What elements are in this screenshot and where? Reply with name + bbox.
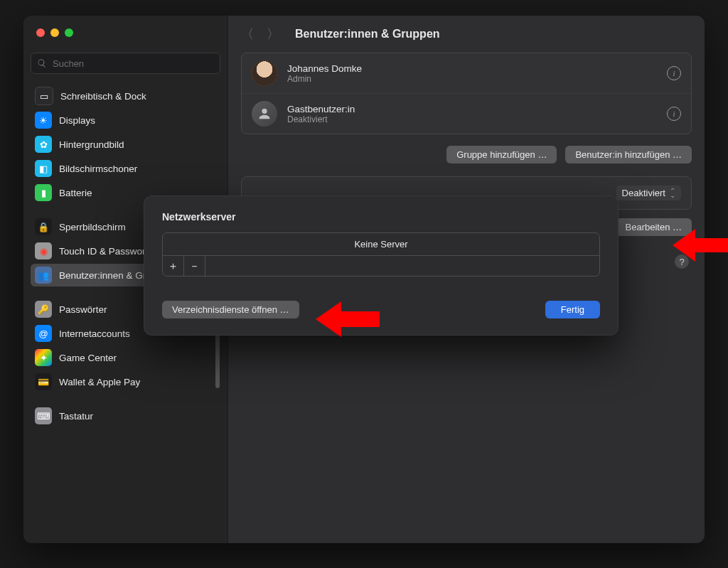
user-role: Deaktiviert <box>287 114 355 124</box>
help-button[interactable]: ? <box>675 254 689 269</box>
avatar <box>252 60 277 86</box>
server-list-empty: Keine Server <box>163 233 599 256</box>
users-panel: Johannes Domke Admin i Gastbenutzer:in D… <box>241 53 692 134</box>
sidebar-item-label: Touch ID & Passwort <box>59 246 148 257</box>
passwords-icon: 🔑 <box>35 301 52 318</box>
user-name: Johannes Domke <box>287 63 362 74</box>
open-directory-services-button[interactable]: Verzeichnisdienste öffnen … <box>162 301 299 318</box>
add-user-button[interactable]: Benutzer:in hinzufügen … <box>565 146 692 164</box>
autologin-value: Deaktiviert <box>622 188 665 198</box>
sidebar-item-displays[interactable]: ☀︎ Displays <box>31 109 220 132</box>
sidebar-item-label: Passwörter <box>59 304 107 315</box>
autologin-popup[interactable]: Deaktiviert ⌃⌄ <box>616 186 681 200</box>
sidebar-item-wallpaper[interactable]: ✿ Hintergrundbild <box>31 133 220 156</box>
sidebar-item-wallet[interactable]: 💳 Wallet & Apple Pay <box>31 370 220 393</box>
at-icon: @ <box>35 325 52 342</box>
search-field-container[interactable] <box>31 53 220 74</box>
sheet-title: Netzwerkserver <box>162 211 600 223</box>
wallpaper-icon: ✿ <box>35 136 52 153</box>
user-name: Gastbenutzer:in <box>287 104 355 114</box>
chevrons-icon: ⌃⌄ <box>670 189 675 198</box>
dock-icon: ▭ <box>35 87 53 105</box>
minimize-window-button[interactable] <box>50 28 59 37</box>
fullscreen-window-button[interactable] <box>65 28 73 37</box>
header: 〈 〉 Benutzer:innen & Gruppen <box>228 16 705 53</box>
user-role: Admin <box>287 74 362 84</box>
sidebar-item-label: Sperrbildschirm <box>59 222 126 232</box>
lock-icon: 🔒 <box>35 218 52 235</box>
user-row[interactable]: Gastbenutzer:in Deaktiviert i <box>242 93 691 134</box>
sidebar-item-label: Schreibtisch & Dock <box>60 91 146 102</box>
sidebar-item-screensaver[interactable]: ◧ Bildschirmschoner <box>31 157 220 180</box>
displays-icon: ☀︎ <box>35 112 52 129</box>
sidebar-item-label: Batterie <box>59 188 92 198</box>
sidebar-item-label: Displays <box>59 115 95 126</box>
add-group-button[interactable]: Gruppe hinzufügen … <box>446 146 557 164</box>
user-actions-row: Gruppe hinzufügen … Benutzer:in hinzufüg… <box>228 143 705 176</box>
info-icon[interactable]: i <box>667 107 681 121</box>
search-input[interactable] <box>51 58 214 70</box>
users-icon: 👥 <box>35 267 52 284</box>
done-button[interactable]: Fertig <box>545 301 600 318</box>
user-row[interactable]: Johannes Domke Admin i <box>242 53 691 93</box>
server-remove-button[interactable]: － <box>184 256 205 276</box>
sidebar-item-label: Game Center <box>59 353 117 363</box>
server-list: Keine Server ＋ － <box>162 232 600 277</box>
touchid-icon: ◉ <box>35 242 52 259</box>
avatar <box>252 101 277 127</box>
sidebar-item-label: Bildschirmschoner <box>59 164 137 174</box>
close-window-button[interactable] <box>36 28 45 37</box>
wallet-icon: 💳 <box>35 373 52 390</box>
server-add-button[interactable]: ＋ <box>163 256 184 276</box>
page-title: Benutzer:innen & Gruppen <box>295 28 440 41</box>
sidebar-item-label: Internetaccounts <box>59 328 130 339</box>
network-server-sheet: Netzwerkserver Keine Server ＋ － Verzeich… <box>144 195 619 336</box>
sidebar-item-desktop-dock[interactable]: ▭ Schreibtisch & Dock <box>31 85 220 107</box>
sidebar-item-label: Tastatur <box>59 411 93 422</box>
server-toolbar: ＋ － <box>163 256 599 276</box>
sidebar-item-label: Wallet & Apple Pay <box>59 377 140 387</box>
sidebar-item-label: Hintergrundbild <box>59 139 124 150</box>
gamecenter-icon: ✦ <box>35 349 52 366</box>
search-icon <box>37 58 47 68</box>
battery-icon: ▮ <box>35 184 52 201</box>
info-icon[interactable]: i <box>667 66 681 80</box>
screensaver-icon: ◧ <box>35 160 52 177</box>
nav-back-button[interactable]: 〈 <box>241 28 254 41</box>
window-controls <box>36 28 73 37</box>
keyboard-icon: ⌨︎ <box>35 407 52 424</box>
nav-forward-button[interactable]: 〉 <box>267 28 279 41</box>
sidebar-item-gamecenter[interactable]: ✦ Game Center <box>31 346 220 369</box>
sidebar-item-keyboard[interactable]: ⌨︎ Tastatur <box>31 404 220 427</box>
bearbeiten-button[interactable]: Bearbeiten … <box>616 218 692 236</box>
